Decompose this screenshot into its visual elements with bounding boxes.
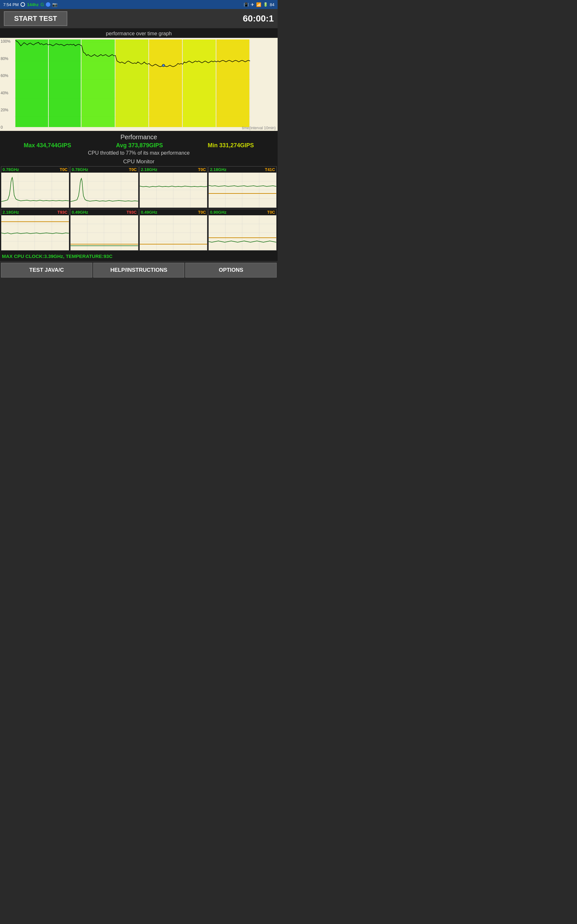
cpu-cell-7: 0.49GHz T0C [139, 209, 208, 250]
vibrate-icon: 📳 [243, 2, 249, 7]
cpu-cell-7-graph [140, 215, 207, 250]
cpu-cell-8-header: 0.90GHz T0C [209, 209, 276, 215]
wifi-icon: 📶 [256, 2, 261, 7]
svg-rect-15 [81, 39, 115, 127]
cpu-cell-2-header: 0.78GHz T0C [71, 166, 138, 173]
cpu-cell-1-freq: 0.78GHz [3, 167, 19, 172]
performance-chart [0, 38, 277, 131]
cpu-cell-3-temp: T0C [198, 167, 206, 172]
svg-rect-16 [115, 39, 148, 127]
timer-display: 60:00:1 [243, 13, 274, 24]
cpu-cell-2-temp: T0C [129, 167, 137, 172]
perf-max: Max 434,744GIPS [24, 142, 71, 149]
cpu-cell-1-graph [1, 173, 69, 207]
perf-throttle: CPU throttled to 77% of its max performa… [1, 150, 276, 156]
cpu-cell-4-freq: 2.18GHz [210, 167, 226, 172]
cpu-cell-3: 2.18GHz T0C [139, 166, 208, 208]
graph-section: performance over time graph 100% 80% 60%… [0, 28, 277, 131]
svg-rect-19 [216, 39, 250, 127]
status-hz: 144hz [27, 2, 39, 7]
cpu-cell-8: 0.90GHz T0C [208, 209, 277, 250]
test-java-button[interactable]: TEST JAVA/C [1, 263, 92, 278]
battery-icon: 🔋 [263, 2, 268, 7]
svg-rect-20 [250, 39, 276, 127]
y-label-0: 0 [1, 125, 11, 129]
y-label-60: 60% [1, 73, 11, 78]
y-label-20: 20% [1, 108, 11, 112]
cpu-cell-8-temp: T0C [267, 210, 275, 215]
cpu-monitor-section: CPU Monitor 0.78GHz T0C [0, 157, 277, 252]
cpu-cell-8-graph [209, 215, 276, 250]
graph-y-labels: 100% 80% 60% 40% 20% 0 [0, 38, 11, 131]
cpu-cell-3-freq: 2.18GHz [141, 167, 157, 172]
status-time: 7:54 PM [3, 2, 19, 7]
cpu-cell-2: 0.78GHz T0C [70, 166, 139, 208]
y-label-100: 100% [1, 39, 11, 44]
perf-min: Min 331,274GIPS [208, 142, 254, 149]
graph-title: performance over time graph [0, 31, 277, 37]
top-bar: START TEST 60:00:1 [0, 9, 277, 28]
cpu-cell-6-temp: T93C [127, 210, 137, 215]
performance-title: Performance [1, 134, 276, 141]
cpu-cell-3-graph [140, 173, 207, 207]
svg-rect-18 [183, 39, 216, 127]
cpu-cell-6-graph [71, 215, 138, 250]
cpu-cell-4-graph [209, 173, 276, 207]
y-label-40: 40% [1, 91, 11, 95]
cpu-cell-2-graph [71, 173, 138, 207]
cpu-cell-1: 0.78GHz T0C [1, 166, 69, 208]
status-icon-dot [46, 2, 50, 7]
cpu-cell-7-freq: 0.49GHz [141, 210, 157, 215]
status-left: 7:54 PM 144hz G 📷 [3, 2, 57, 7]
graph-container: 100% 80% 60% 40% 20% 0 [0, 38, 277, 131]
cpu-cell-4-header: 2.18GHz T41C [209, 166, 276, 173]
cpu-cell-8-freq: 0.90GHz [210, 210, 226, 215]
performance-stats: Max 434,744GIPS Avg 373,879GIPS Min 331,… [1, 142, 276, 149]
cpu-cell-2-freq: 0.78GHz [72, 167, 88, 172]
cpu-cell-6-header: 0.49GHz T93C [71, 209, 138, 215]
cpu-cell-3-header: 2.18GHz T0C [140, 166, 207, 173]
cpu-cell-4-temp: T41C [265, 167, 275, 172]
cpu-cell-5-header: 2.18GHz T93C [1, 209, 69, 215]
svg-rect-14 [49, 39, 81, 127]
status-icon-circle [21, 2, 25, 7]
cpu-cell-5-graph [1, 215, 69, 250]
cpu-grid: 0.78GHz T0C 0.78GHz [0, 166, 277, 250]
cpu-cell-7-header: 0.49GHz T0C [140, 209, 207, 215]
max-info-bar: MAX CPU CLOCK:3.39GHz, TEMPERATURE:93C [0, 252, 277, 261]
max-info-text: MAX CPU CLOCK:3.39GHz, TEMPERATURE:93C [2, 254, 113, 259]
svg-rect-13 [15, 39, 48, 127]
cpu-cell-6: 0.49GHz T93C [70, 209, 139, 250]
graph-time-label: time(interval 10min) [242, 126, 276, 130]
cpu-cell-7-temp: T0C [198, 210, 206, 215]
status-icon-camera: 📷 [52, 2, 57, 7]
cpu-cell-4: 2.18GHz T41C [208, 166, 277, 208]
svg-rect-17 [149, 39, 182, 127]
cpu-cell-5: 2.18GHz T93C [1, 209, 69, 250]
airplane-icon: ✈ [251, 2, 254, 7]
status-right: 📳 ✈ 📶 🔋 84 [243, 2, 274, 7]
cpu-monitor-title: CPU Monitor [0, 158, 277, 165]
battery-percent: 84 [270, 2, 274, 7]
cpu-cell-1-header: 0.78GHz T0C [1, 166, 69, 173]
cpu-cell-5-temp: T93C [57, 210, 68, 215]
cpu-cell-6-freq: 0.49GHz [72, 210, 88, 215]
cpu-cell-5-freq: 2.18GHz [3, 210, 19, 215]
status-bar: 7:54 PM 144hz G 📷 📳 ✈ 📶 🔋 84 [0, 0, 277, 9]
perf-avg: Avg 373,879GIPS [116, 142, 163, 149]
performance-section: Performance Max 434,744GIPS Avg 373,879G… [0, 131, 277, 157]
svg-point-21 [162, 64, 165, 67]
options-button[interactable]: OPTIONS [185, 263, 277, 278]
start-test-button[interactable]: START TEST [4, 11, 67, 26]
cpu-cell-1-temp: T0C [60, 167, 68, 172]
bottom-buttons: TEST JAVA/C HELP/INSTRUCTIONS OPTIONS [0, 261, 277, 279]
y-label-80: 80% [1, 57, 11, 61]
help-instructions-button[interactable]: HELP/INSTRUCTIONS [93, 263, 185, 278]
status-icon-g: G [41, 2, 44, 7]
